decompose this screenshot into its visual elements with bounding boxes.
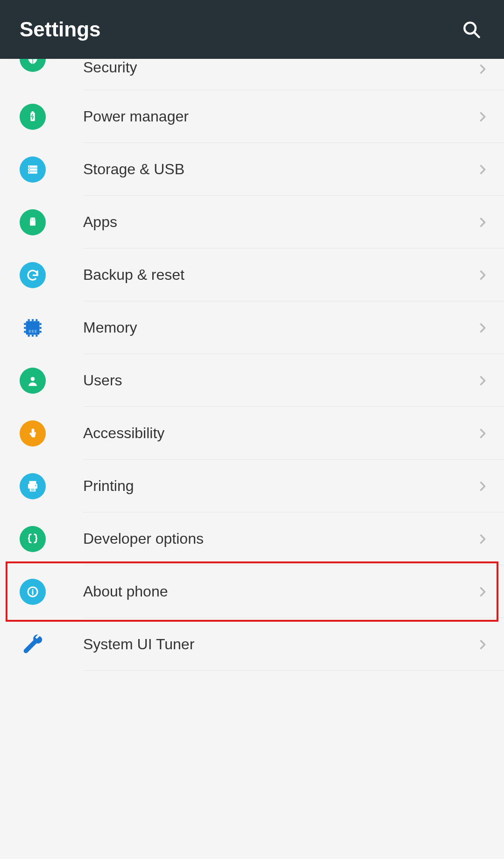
settings-item-power-manager[interactable]: Power manager <box>0 90 504 143</box>
chip-icon <box>20 315 46 341</box>
settings-item-label: System UI Tuner <box>83 618 504 671</box>
chevron-right-icon <box>476 427 489 440</box>
settings-item-label: Memory <box>83 301 504 354</box>
svg-rect-16 <box>29 330 31 333</box>
battery-icon <box>20 104 46 130</box>
hand-icon <box>20 420 46 447</box>
chevron-right-icon <box>476 585 489 598</box>
wrench-icon <box>20 632 46 658</box>
app-header: Settings <box>0 0 504 59</box>
settings-item-label: Accessibility <box>83 407 504 460</box>
chevron-right-icon <box>476 321 489 334</box>
printer-icon <box>20 473 46 499</box>
svg-rect-32 <box>29 481 36 483</box>
settings-item-label: About phone <box>83 565 504 618</box>
settings-item-label: Storage & USB <box>83 143 504 196</box>
settings-item-about-phone[interactable]: About phone <box>0 565 504 618</box>
svg-rect-10 <box>30 220 35 226</box>
svg-rect-18 <box>35 330 36 333</box>
settings-item-label: Developer options <box>83 512 504 565</box>
settings-item-users[interactable]: Users <box>0 354 504 407</box>
settings-item-label: Backup & reset <box>83 248 504 301</box>
svg-point-13 <box>31 219 32 220</box>
android-icon <box>20 209 46 235</box>
chevron-right-icon <box>476 480 489 493</box>
search-icon <box>461 19 482 40</box>
settings-item-storage[interactable]: Storage & USB <box>0 143 504 196</box>
settings-item-apps[interactable]: Apps <box>0 196 504 248</box>
svg-rect-3 <box>32 111 34 112</box>
settings-item-label: Apps <box>83 196 504 248</box>
settings-list: Security Power manager Storage & USB <box>0 59 504 671</box>
settings-item-developer-options[interactable]: Developer options <box>0 512 504 565</box>
svg-point-8 <box>29 169 30 170</box>
svg-point-9 <box>29 172 30 173</box>
svg-point-37 <box>35 485 36 486</box>
chevron-right-icon <box>476 163 489 176</box>
chevron-right-icon <box>476 638 489 651</box>
settings-item-memory[interactable]: Memory <box>0 301 504 354</box>
svg-rect-17 <box>32 330 34 333</box>
svg-line-1 <box>474 32 479 37</box>
info-icon <box>20 579 46 605</box>
settings-item-label: Printing <box>83 460 504 512</box>
chevron-right-icon <box>476 216 489 229</box>
settings-item-system-ui-tuner[interactable]: System UI Tuner <box>0 618 504 671</box>
settings-item-security[interactable]: Security <box>0 59 504 90</box>
chevron-right-icon <box>476 532 489 546</box>
settings-item-label: Power manager <box>83 90 504 143</box>
settings-item-accessibility[interactable]: Accessibility <box>0 407 504 460</box>
chevron-right-icon <box>476 269 489 282</box>
settings-item-label: Users <box>83 354 504 407</box>
storage-icon <box>20 156 46 183</box>
braces-icon <box>20 526 46 552</box>
settings-item-label: Security <box>83 59 504 90</box>
search-button[interactable] <box>458 16 484 43</box>
svg-point-31 <box>31 376 35 381</box>
svg-point-39 <box>32 589 34 590</box>
page-title: Settings <box>20 18 101 41</box>
svg-point-7 <box>29 166 30 167</box>
settings-item-backup-reset[interactable]: Backup & reset <box>0 248 504 301</box>
user-icon <box>20 368 46 394</box>
chevron-right-icon <box>476 110 489 123</box>
chevron-right-icon <box>476 63 489 76</box>
shield-icon <box>20 59 46 72</box>
svg-point-14 <box>34 219 35 220</box>
restore-icon <box>20 262 46 288</box>
chevron-right-icon <box>476 374 489 387</box>
settings-item-printing[interactable]: Printing <box>0 460 504 512</box>
